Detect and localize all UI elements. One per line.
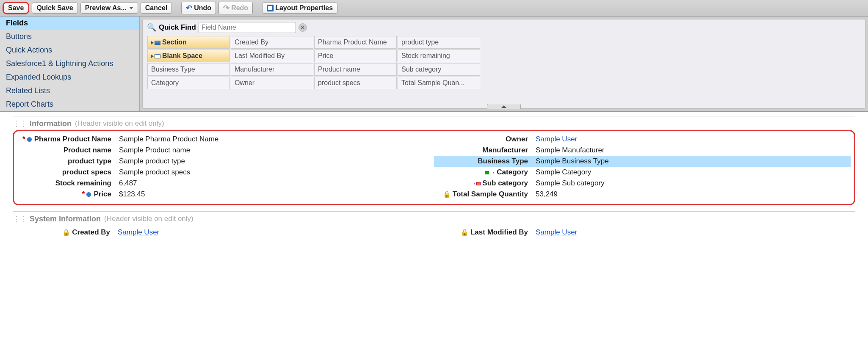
toolbar: Save Quick Save Preview As... Cancel ↶ U… <box>0 0 868 17</box>
quick-find-clear[interactable]: ✕ <box>299 23 307 32</box>
section-icon <box>155 41 160 45</box>
section-hint: (Header visible on edit only) <box>104 215 194 223</box>
redo-label: Redo <box>231 4 248 12</box>
save-button[interactable]: Save <box>3 2 29 14</box>
field-value: Sample product specs <box>119 168 190 177</box>
palette-collapse-handle[interactable] <box>487 104 521 109</box>
field-label: product type <box>17 157 119 165</box>
sidebar-item-report-charts[interactable]: Report Charts <box>0 98 139 111</box>
layout-field-row[interactable]: *Pharma Product NameSample Pharma Produc… <box>17 134 434 145</box>
palette-field[interactable]: Last Modified By <box>231 50 313 62</box>
field-label: *Pharma Product Name <box>17 135 119 143</box>
cancel-button[interactable]: Cancel <box>141 3 172 14</box>
section-title: System Information <box>30 215 101 223</box>
field-value: $123.45 <box>119 190 145 199</box>
layout-field-row[interactable]: Stock remaining6,487 <box>17 178 434 189</box>
system-right-column: 🔒Last Modified BySample User <box>434 227 852 238</box>
palette-main: 🔍 Quick Find ✕ Section Blank Space Busin… <box>142 19 865 109</box>
section-title: Information <box>30 119 72 128</box>
layout-field-row[interactable]: →Sub categorySample Sub category <box>434 178 851 189</box>
field-value: Sample Pharma Product Name <box>119 135 218 143</box>
drag-handle-icon[interactable]: ⋮⋮ <box>13 119 26 128</box>
layout-field-row[interactable]: Business TypeSample Business Type <box>434 156 851 167</box>
field-value: Sample product type <box>119 157 185 165</box>
layout-properties-button[interactable]: Layout Properties <box>262 3 337 14</box>
palette-field[interactable]: Created By <box>231 36 313 49</box>
palette-field[interactable]: product type <box>398 36 480 49</box>
section-header-system-information[interactable]: ⋮⋮ System Information (Header visible on… <box>13 211 855 225</box>
quick-save-button[interactable]: Quick Save <box>32 3 77 14</box>
field-label: *Price <box>17 190 119 199</box>
layout-field-row[interactable]: 🔒Created BySample User <box>16 227 434 238</box>
layout-field-row[interactable]: product typeSample product type <box>17 156 434 167</box>
always-on-layout-icon <box>27 137 32 142</box>
drag-handle-icon[interactable]: ⋮⋮ <box>13 214 26 223</box>
field-value: Sample Sub category <box>536 179 605 188</box>
controlling-field-icon: → <box>485 170 495 176</box>
palette-field[interactable]: Sub category <box>398 63 480 76</box>
layout-properties-icon <box>267 5 274 11</box>
layout-field-row[interactable]: Product nameSample Product name <box>17 145 434 156</box>
field-label: Business Type <box>434 157 536 165</box>
search-icon: 🔍 <box>147 23 156 32</box>
palette: Fields Buttons Quick Actions Salesforce1… <box>0 17 868 112</box>
field-value: 53,249 <box>536 190 558 199</box>
blank-space-icon <box>155 54 160 58</box>
sidebar-item-quick-actions[interactable]: Quick Actions <box>0 44 139 57</box>
layout-field-row[interactable]: 🔒Last Modified BySample User <box>434 227 852 238</box>
lock-icon: 🔒 <box>443 190 451 198</box>
layout-field-row[interactable]: OwnerSample User <box>434 134 851 145</box>
sidebar-item-buttons[interactable]: Buttons <box>0 30 139 44</box>
field-label: product specs <box>17 168 119 177</box>
information-section-body: *Pharma Product NameSample Pharma Produc… <box>13 130 855 205</box>
field-label: Stock remaining <box>17 179 119 188</box>
sidebar-item-fields[interactable]: Fields <box>0 17 139 30</box>
lock-icon: 🔒 <box>461 229 469 236</box>
field-label: Owner <box>434 135 536 143</box>
field-label: 🔒Total Sample Quantity <box>434 190 536 199</box>
quick-find-row: 🔍 Quick Find ✕ <box>147 22 861 33</box>
user-link[interactable]: Sample User <box>536 135 577 143</box>
palette-field[interactable]: Total Sample Quan... <box>398 77 480 89</box>
field-value: Sample User <box>536 228 577 237</box>
palette-field[interactable]: Price <box>314 50 397 62</box>
preview-as-button[interactable]: Preview As... <box>80 3 138 14</box>
palette-field[interactable]: Business Type <box>147 63 230 76</box>
layout-field-row[interactable]: product specsSample product specs <box>17 167 434 178</box>
undo-icon: ↶ <box>186 3 192 13</box>
user-link[interactable]: Sample User <box>536 228 577 236</box>
palette-field[interactable]: Category <box>147 77 230 89</box>
field-value: 6,487 <box>119 179 137 188</box>
lock-icon: 🔒 <box>62 229 70 236</box>
palette-field-section[interactable]: Section <box>147 36 230 49</box>
sidebar-item-related-lists[interactable]: Related Lists <box>0 84 139 98</box>
undo-label: Undo <box>194 4 211 12</box>
palette-field[interactable]: Owner <box>231 77 313 89</box>
layout-canvas: ⋮⋮ Information (Header visible on edit o… <box>0 112 868 244</box>
palette-field[interactable]: Manufacturer <box>231 63 313 76</box>
palette-field[interactable]: Product name <box>314 63 397 76</box>
palette-field[interactable]: Pharma Product Name <box>314 36 397 49</box>
layout-field-row[interactable]: *Price$123.45 <box>17 189 434 200</box>
information-left-column: *Pharma Product NameSample Pharma Produc… <box>17 134 434 200</box>
undo-button[interactable]: ↶ Undo <box>181 2 216 14</box>
palette-field[interactable]: product specs <box>314 77 397 89</box>
field-value: Sample User <box>118 228 159 237</box>
quick-find-label: Quick Find <box>159 23 196 32</box>
field-grid: Section Blank Space Business Type Catego… <box>147 36 861 90</box>
field-label: Manufacturer <box>434 146 536 154</box>
sidebar-item-sf1-actions[interactable]: Salesforce1 & Lightning Actions <box>0 57 139 71</box>
field-value: Sample Manufacturer <box>536 146 605 154</box>
system-left-column: 🔒Created BySample User <box>16 227 434 238</box>
layout-properties-label: Layout Properties <box>275 4 333 12</box>
layout-field-row[interactable]: ManufacturerSample Manufacturer <box>434 145 851 156</box>
required-icon: * <box>22 135 25 143</box>
layout-field-row[interactable]: 🔒Total Sample Quantity53,249 <box>434 189 851 200</box>
quick-find-input[interactable] <box>199 22 296 33</box>
palette-field[interactable]: Stock remaining <box>398 50 480 62</box>
user-link[interactable]: Sample User <box>118 228 159 236</box>
sidebar-item-expanded-lookups[interactable]: Expanded Lookups <box>0 71 139 84</box>
palette-field-blank-space[interactable]: Blank Space <box>147 50 230 62</box>
section-header-information[interactable]: ⋮⋮ Information (Header visible on edit o… <box>13 116 855 130</box>
layout-field-row[interactable]: →CategorySample Category <box>434 167 851 178</box>
